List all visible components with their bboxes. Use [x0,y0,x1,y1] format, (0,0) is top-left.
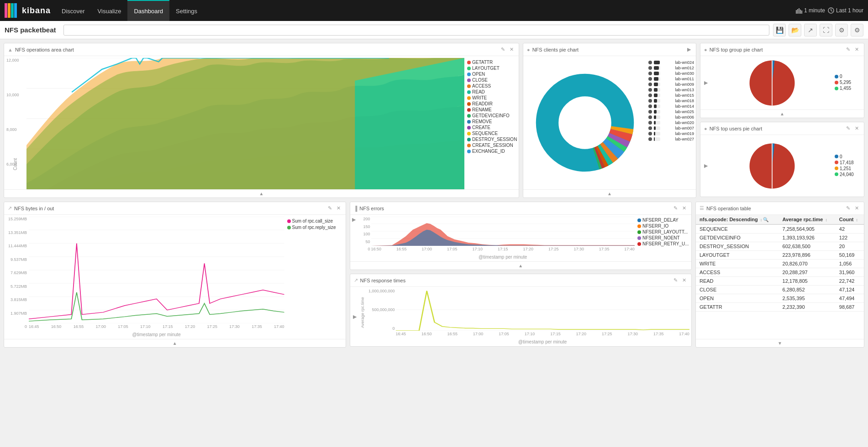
area-chart-wrap: Count 12,000 10,000 8,000 6,000 4,000 2,… [6,58,517,187]
settings-icon[interactable]: ⚙ [851,24,863,36]
nfs-ops-close[interactable]: ✕ [508,46,515,53]
nfs-response-edit[interactable]: ✎ [672,277,679,284]
cell-opcode: ACCESS [696,268,779,277]
table-row: LAYOUTGET 223,978,896 50,169 [696,251,864,260]
nfs-table-close[interactable]: ✕ [853,205,860,212]
cell-count: 47,494 [836,294,864,303]
nfs-table-footer: ▼ [696,339,864,347]
nfs-errors-close[interactable]: ✕ [681,205,688,212]
client-row: lab-wn018 [648,98,694,104]
nfs-topgroup-close[interactable]: ✕ [853,46,860,53]
y-tick: 12,000 [6,58,19,62]
svg-rect-6 [799,8,800,14]
nfs-clients-body: lab-wn024 lab-wn012 lab-wn030 lab-wn011 … [523,56,696,189]
nfs-bytes-edit[interactable]: ✎ [326,205,333,212]
line-chart-icon: ↗ [8,205,12,211]
nfs-ops-body: Count 12,000 10,000 8,000 6,000 4,000 2,… [4,56,519,189]
bytes-content: 15.259MB 13.351MB 11.444MB 9.537MB 7.629… [6,217,344,337]
cell-avgtime: 20,826,070 [779,260,836,268]
nav-visualize[interactable]: Visualize [91,0,128,21]
errors-expand[interactable]: ▶ [352,217,358,260]
page-title: NFS packetbeat [5,26,56,34]
col-count[interactable]: Count ↕ [836,215,864,224]
cell-opcode: GETATTR [696,303,779,312]
svg-rect-2 [11,3,14,18]
nfs-topusers-edit[interactable]: ✎ [845,125,852,132]
load-icon[interactable]: 📂 [789,24,801,36]
nfs-errors-edit[interactable]: ✎ [672,205,679,212]
pie-icon-topusers: ● [704,126,707,131]
nfs-clients-collapse[interactable]: ▲ [607,191,612,196]
nfs-table-actions: ✎ ✕ [845,205,860,212]
nfs-table-panel: ☰ NFS operation table ✎ ✕ nfs.opcode: De… [695,202,864,348]
save-icon[interactable]: 💾 [773,24,786,36]
nfs-topgroup-edit[interactable]: ✎ [845,46,852,53]
share-icon[interactable]: ↗ [804,24,817,36]
nfs-table-collapse[interactable]: ▼ [778,341,782,346]
client-row: lab-wn027 [648,136,694,142]
nfs-bytes-collapse[interactable]: ▲ [173,341,177,346]
nav-discover[interactable]: Discover [55,0,91,21]
nfs-ops-header: ▲ NFS operations area chart ✎ ✕ [4,43,519,56]
topusers-legend: 0 17,418 1,251 24,040 [835,154,862,178]
bar-icon-errors: ▐ [354,206,358,211]
topusers-content: ▶ 0 17,418 1,251 24,040 [702,137,862,195]
topgroup-legend: 0 5,295 1,455 [835,74,862,92]
table-row: READ 12,178,805 22,742 [696,277,864,286]
nfs-bytes-actions: ✎ ✕ [326,205,342,212]
table-row: SEQUENCE 7,258,564,905 42 [696,224,864,234]
nfs-errors-collapse[interactable]: ▲ [518,263,523,268]
cell-count: 20 [836,242,864,251]
nfs-table-edit[interactable]: ✎ [845,205,852,212]
col-avgtime[interactable]: Average rpc.time ↕ [779,215,836,224]
cell-avgtime: 6,280,852 [779,286,836,294]
svg-rect-3 [14,3,17,18]
bytes-svg-wrap [29,217,284,323]
pie-icon-topgroup: ● [704,47,707,52]
row-2: ↗ NFS bytes in / out ✎ ✕ 15.259MB 13.351… [4,202,864,348]
top-nav: kibana Discover Visualize Dashboard Sett… [0,0,868,21]
nfs-bytes-close[interactable]: ✕ [335,205,342,212]
fullscreen-icon[interactable]: ⛶ [820,24,832,36]
errors-content: ▶ 200 150 100 50 0 [352,217,690,260]
cell-opcode: WRITE [696,260,779,268]
search-input[interactable] [63,25,769,36]
nfs-topusers-close[interactable]: ✕ [853,125,860,132]
nav-right: 1 minute Last 1 hour [796,7,863,14]
logo: kibana [5,3,51,18]
svg-rect-5 [797,9,798,14]
response-expand[interactable]: ▶ [352,289,359,344]
interval-display: 1 minute [796,7,825,14]
topgroup-content: ▶ 0 5,295 1, [702,58,862,108]
cell-avgtime: 1,393,193,926 [779,234,836,242]
table-row: WRITE 20,826,070 1,056 [696,260,864,268]
nfs-clients-header: ● NFS clients pie chart ▶ [523,43,696,56]
topgroup-expand[interactable]: ▶ [702,78,710,88]
client-row: lab-wn025 [648,109,694,114]
cell-count: 22,742 [836,277,864,286]
svg-line-11 [831,10,832,11]
nfs-topgroup-collapse[interactable]: ▲ [780,111,784,116]
cell-count: 31,960 [836,268,864,277]
right-panels: ● NFS top group pie chart ✎ ✕ ▶ [700,43,864,198]
nfs-table-title: NFS operation table [706,206,845,211]
nfs-topgroup-body: ▶ 0 5,295 1, [700,56,864,109]
options-icon[interactable]: ⚙ [835,24,848,36]
nfs-response-title: NFS response times [360,278,673,283]
nfs-topgroup-footer: ▲ [700,109,864,118]
nav-dashboard[interactable]: Dashboard [127,0,169,21]
nav-settings[interactable]: Settings [169,0,204,21]
nfs-response-close[interactable]: ✕ [681,277,688,284]
cell-count: 1,056 [836,260,864,268]
nfs-clients-expand[interactable]: ▶ [686,46,692,53]
y-tick: 6,000 [6,162,19,166]
topusers-expand[interactable]: ▶ [702,161,710,171]
col-opcode[interactable]: nfs.opcode: Descending ↕🔍 [696,215,779,224]
client-row: lab-wn015 [648,93,694,98]
nfs-ops-collapse[interactable]: ▲ [259,191,264,196]
client-row: lab-wn020 [648,120,694,125]
operation-table: nfs.opcode: Descending ↕🔍 Average rpc.ti… [696,215,864,312]
line-icon-response: ↗ [354,277,358,283]
nfs-ops-edit[interactable]: ✎ [500,46,506,53]
sub-toolbar: NFS packetbeat 💾 📂 ↗ ⛶ ⚙ ⚙ [0,21,868,39]
